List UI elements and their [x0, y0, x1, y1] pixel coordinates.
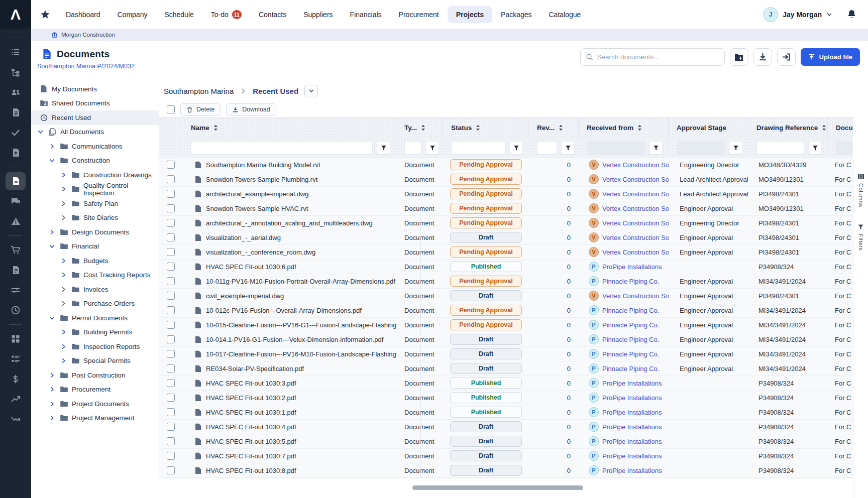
received-from-link[interactable]: ProPipe Installations	[602, 394, 662, 402]
breadcrumb-project[interactable]: Southampton Marina	[164, 87, 234, 95]
nav-item-schedule[interactable]: Schedule	[156, 6, 202, 23]
table-row[interactable]: visualization_-_conference_room.dwgDocum…	[159, 245, 853, 260]
table-row[interactable]: 10-012c-PV16-Fusion---Overall-Array-Dime…	[159, 303, 853, 318]
chevron-right-icon[interactable]	[48, 143, 56, 150]
column-header-drawing-reference[interactable]: Drawing Reference	[748, 117, 828, 138]
table-row[interactable]: HVAC SPEC Fit-out 1030:5.pdfDocumentDraf…	[159, 434, 853, 449]
chevron-right-icon[interactable]	[59, 300, 67, 307]
chevron-down-icon[interactable]	[48, 243, 56, 250]
rail-icon-file-doc[interactable]	[6, 172, 26, 190]
received-from-link[interactable]: Pinnacle Piping Co.	[602, 321, 659, 329]
funnel-filter-button[interactable]	[509, 141, 523, 155]
rail-icon-file-text[interactable]	[6, 103, 26, 121]
org-name[interactable]: Morgan Construction	[61, 32, 115, 38]
received-from-link[interactable]: ProPipe Installations	[602, 380, 662, 387]
move-to-button[interactable]	[777, 48, 796, 66]
row-checkbox[interactable]	[167, 423, 175, 431]
nav-item-to-do[interactable]: To-do11	[202, 6, 250, 24]
received-from-link[interactable]: Vertex Construction Solutio	[602, 176, 669, 183]
received-from-link[interactable]: ProPipe Installations	[602, 263, 662, 271]
tree-item-design-documents[interactable]: Design Documents	[31, 225, 159, 239]
tree-item-invoices[interactable]: Invoices	[31, 282, 159, 297]
chevron-down-icon[interactable]	[48, 315, 56, 321]
tree-item-construction[interactable]: Construction	[31, 154, 159, 168]
received-from-link[interactable]: Vertex Construction Solutio	[602, 292, 669, 300]
horizontal-scrollbar[interactable]	[404, 485, 853, 490]
funnel-filter-button[interactable]	[561, 141, 575, 155]
upload-file-button[interactable]: Upload file	[801, 48, 860, 66]
row-checkbox[interactable]	[167, 263, 175, 271]
user-menu[interactable]: J Jay Morgan	[763, 7, 832, 22]
tree-item-budgets[interactable]: Budgets	[31, 254, 159, 268]
row-checkbox[interactable]	[167, 350, 175, 358]
filter-input[interactable]	[756, 141, 804, 155]
filter-input[interactable]	[587, 141, 645, 155]
table-row[interactable]: HVAC SPEC Fit-out 1030:2.pdfDocumentPubl…	[159, 391, 853, 405]
favorites-star-icon[interactable]	[40, 10, 50, 20]
chevron-down-icon[interactable]	[48, 157, 56, 164]
table-row[interactable]: 10-017-Clearline-Fusion---PV16-M10-Fusio…	[159, 347, 853, 361]
nav-item-catalogue[interactable]: Catalogue	[540, 6, 590, 23]
chevron-right-icon[interactable]	[48, 372, 56, 379]
rail-icon-dollar[interactable]	[6, 370, 26, 388]
filters-panel-button[interactable]: Filters	[857, 224, 864, 251]
row-checkbox[interactable]	[167, 408, 175, 416]
rail-icon-sliders[interactable]	[6, 281, 26, 299]
row-checkbox[interactable]	[167, 452, 175, 460]
select-all-checkbox[interactable]	[167, 105, 175, 113]
row-checkbox[interactable]	[167, 233, 175, 241]
received-from-link[interactable]: Pinnacle Piping Co.	[602, 307, 659, 314]
received-from-link[interactable]: Vertex Construction Solutio	[602, 219, 669, 227]
rail-icon-users[interactable]	[6, 83, 26, 101]
received-from-link[interactable]: Pinnacle Piping Co.	[602, 278, 659, 285]
filter-input[interactable]	[404, 141, 421, 155]
chevron-right-icon[interactable]	[48, 229, 56, 235]
download-all-button[interactable]	[753, 48, 772, 66]
row-checkbox[interactable]	[167, 190, 175, 198]
row-checkbox[interactable]	[167, 437, 175, 445]
tree-item-building-permits[interactable]: Building Permits	[31, 325, 159, 340]
scrollbar-thumb[interactable]	[412, 485, 583, 490]
nav-item-packages[interactable]: Packages	[492, 6, 540, 23]
received-from-link[interactable]: Vertex Construction Solutio	[602, 234, 669, 241]
row-checkbox[interactable]	[167, 394, 175, 402]
table-row[interactable]: 10-011g-PV16-M10-Fusion-Portrait-Overall…	[159, 274, 853, 289]
tree-item-my-documents[interactable]: My Documents	[31, 82, 159, 96]
filter-input[interactable]	[537, 141, 557, 155]
folder-dropdown-button[interactable]	[304, 85, 318, 97]
tree-item-quality-control-inspection[interactable]: Quality Control Inspection	[31, 182, 159, 197]
tree-item-project-management[interactable]: Project Management	[31, 411, 159, 426]
row-checkbox[interactable]	[167, 466, 175, 474]
table-row[interactable]: 10-015-Clearline-Fusion---PV16-G1---Fusi…	[159, 318, 853, 332]
tree-item-financial[interactable]: Financial	[31, 239, 159, 254]
delete-button[interactable]: Delete	[180, 103, 221, 116]
download-selected-button[interactable]: Download	[226, 103, 276, 116]
rail-icon-trend-up[interactable]	[6, 390, 26, 408]
chevron-right-icon[interactable]	[48, 386, 56, 393]
chevron-right-icon[interactable]	[59, 258, 67, 264]
row-checkbox[interactable]	[167, 161, 175, 169]
received-from-link[interactable]: Pinnacle Piping Co.	[602, 336, 659, 343]
row-checkbox[interactable]	[167, 321, 175, 329]
chevron-right-icon[interactable]	[48, 415, 56, 421]
tree-item-construction-drawings[interactable]: Construction Drawings	[31, 168, 159, 182]
rail-icon-file-export[interactable]	[6, 144, 26, 162]
table-row[interactable]: architectural_example-imperial.dwgDocume…	[159, 187, 853, 201]
nav-item-dashboard[interactable]: Dashboard	[57, 6, 109, 23]
chevron-right-icon[interactable]	[59, 214, 67, 221]
row-checkbox[interactable]	[167, 277, 175, 285]
table-row[interactable]: HVAC SPEC Fit-out 1030:3.pdfDocumentPubl…	[159, 376, 853, 391]
column-header-rev-[interactable]: Rev...	[529, 117, 579, 138]
table-row[interactable]: visualization_-_aerial.dwgDocumentDraft0…	[159, 230, 853, 245]
chevron-right-icon[interactable]	[59, 286, 67, 293]
row-checkbox[interactable]	[167, 379, 175, 387]
chevron-right-icon[interactable]	[59, 172, 67, 178]
tree-item-post-construction[interactable]: Post Construction	[31, 368, 159, 383]
received-from-link[interactable]: Vertex Construction Solutio	[602, 161, 669, 169]
funnel-filter-button[interactable]	[425, 141, 439, 155]
chevron-right-icon[interactable]	[59, 343, 67, 350]
tree-item-purchase-orders[interactable]: Purchase Orders	[31, 297, 159, 311]
column-header-name[interactable]: Name	[183, 117, 396, 138]
rail-icon-trend-down[interactable]	[6, 410, 26, 428]
row-checkbox[interactable]	[167, 292, 175, 300]
